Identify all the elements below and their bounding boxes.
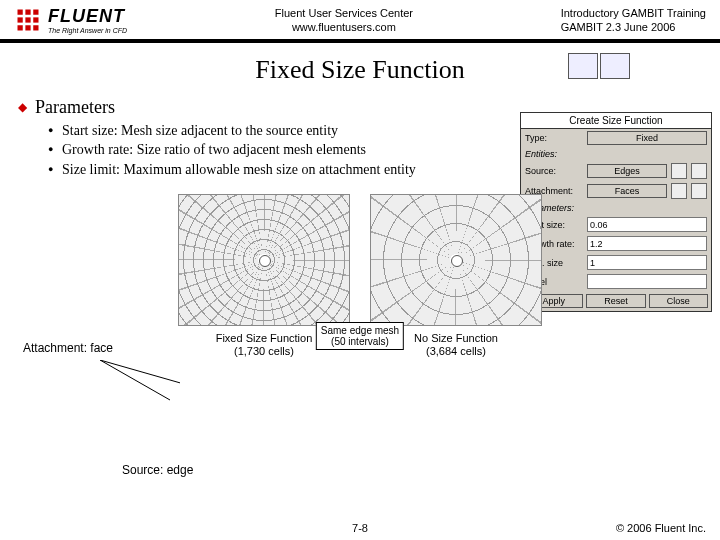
- type-dropdown[interactable]: Fixed: [587, 131, 707, 145]
- logo-word: FLUENT: [48, 6, 127, 27]
- svg-rect-3: [18, 18, 23, 23]
- center-dot-icon: [259, 255, 271, 267]
- svg-rect-0: [18, 10, 23, 15]
- title-icons: [568, 53, 630, 79]
- mesh-nosize-image: [370, 194, 542, 326]
- annotation-arrow-icon: [100, 360, 180, 430]
- svg-rect-6: [18, 26, 23, 31]
- copyright: © 2006 Fluent Inc.: [616, 522, 706, 534]
- source-dropdown[interactable]: Edges: [587, 164, 667, 178]
- source-annotation: Source: edge: [120, 462, 195, 478]
- svg-line-9: [100, 360, 170, 400]
- parameters-heading: Parameters: [35, 97, 115, 118]
- arrow-up-icon[interactable]: [691, 163, 707, 179]
- toolbar-icon: [568, 53, 598, 79]
- logo-icon: [14, 6, 42, 34]
- toolbar-icon: [600, 53, 630, 79]
- svg-rect-8: [33, 26, 38, 31]
- dialog-title: Create Size Function: [521, 113, 711, 129]
- logo-block: FLUENT The Right Answer in CFD: [14, 6, 127, 34]
- title-row: Fixed Size Function: [0, 55, 720, 85]
- header-right-line2: GAMBIT 2.3 June 2006: [561, 20, 706, 34]
- entities-label: Entities:: [521, 147, 711, 161]
- svg-line-10: [100, 360, 180, 400]
- header-right-line1: Introductory GAMBIT Training: [561, 6, 706, 20]
- svg-rect-7: [25, 26, 30, 31]
- source-label: Source:: [525, 166, 583, 176]
- header-center: Fluent User Services Center www.fluentus…: [275, 6, 413, 35]
- page-number: 7-8: [352, 522, 368, 534]
- header-right: Introductory GAMBIT Training GAMBIT 2.3 …: [561, 6, 706, 35]
- slide-header: FLUENT The Right Answer in CFD Fluent Us…: [0, 0, 720, 43]
- svg-rect-2: [33, 10, 38, 15]
- footer: 7-8 © 2006 Fluent Inc.: [0, 522, 720, 534]
- type-label: Type:: [525, 133, 583, 143]
- source-pick-icon[interactable]: [671, 163, 687, 179]
- mesh-fixed-image: [178, 194, 350, 326]
- svg-rect-1: [25, 10, 30, 15]
- slide-title: Fixed Size Function: [255, 55, 464, 85]
- logo-tagline: The Right Answer in CFD: [48, 27, 127, 34]
- same-edge-line1: Same edge mesh: [321, 325, 399, 336]
- center-dot-icon: [451, 255, 463, 267]
- header-center-line1: Fluent User Services Center: [275, 6, 413, 20]
- svg-rect-5: [33, 18, 38, 23]
- header-center-line2: www.fluentusers.com: [275, 20, 413, 34]
- svg-rect-4: [25, 18, 30, 23]
- same-edge-line2: (50 intervals): [321, 336, 399, 347]
- same-edge-annotation: Same edge mesh (50 intervals): [316, 322, 404, 350]
- bullet-icon: ◆: [18, 100, 27, 115]
